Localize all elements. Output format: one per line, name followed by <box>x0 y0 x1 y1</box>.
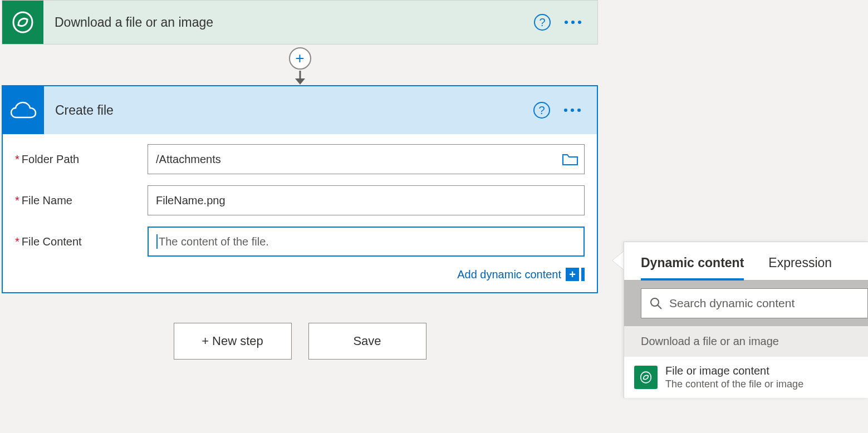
dyn-item-title: File or image content <box>665 365 803 377</box>
dynamic-content-panel: Dynamic content Expression Download a fi… <box>624 242 868 398</box>
save-button[interactable]: Save <box>308 323 426 360</box>
download-card-title: Download a file or an image <box>55 15 534 30</box>
collapse-handle-icon[interactable] <box>581 268 585 281</box>
dyn-search-wrap <box>624 281 868 326</box>
folder-path-label: *Folder Path <box>15 153 148 166</box>
search-icon <box>649 297 663 310</box>
help-icon[interactable]: ? <box>533 102 550 119</box>
download-file-card[interactable]: Download a file or an image ? <box>2 0 598 45</box>
create-file-card: Create file ? *Folder Path *File Name *F… <box>2 85 598 293</box>
create-file-header[interactable]: Create file ? <box>3 86 597 134</box>
file-name-row: *File Name <box>15 185 585 215</box>
file-name-input-wrap <box>148 185 585 215</box>
file-content-input[interactable] <box>159 228 576 255</box>
add-step-button[interactable]: + <box>289 47 311 70</box>
add-dynamic-content-button[interactable]: + <box>566 268 579 281</box>
add-dynamic-content-row: Add dynamic content + <box>15 268 585 281</box>
folder-path-input[interactable] <box>156 145 576 174</box>
create-file-form: *Folder Path *File Name *File Content Ad… <box>3 134 597 292</box>
dataverse-icon <box>634 366 658 389</box>
help-icon[interactable]: ? <box>534 14 551 31</box>
svg-line-3 <box>658 305 661 309</box>
arrow-down-icon <box>293 71 307 85</box>
footer-buttons: + New step Save <box>2 323 598 360</box>
svg-point-2 <box>651 298 659 306</box>
file-content-input-wrap <box>148 227 585 257</box>
tab-dynamic-content[interactable]: Dynamic content <box>641 255 744 281</box>
dyn-tabs: Dynamic content Expression <box>624 242 868 281</box>
more-icon[interactable] <box>562 102 582 119</box>
tab-expression[interactable]: Expression <box>768 255 832 280</box>
dyn-search <box>641 288 868 318</box>
folder-path-input-wrap <box>148 144 585 174</box>
connector: + <box>2 45 598 85</box>
file-name-label: *File Name <box>15 194 148 207</box>
new-step-button[interactable]: + New step <box>174 323 292 360</box>
onedrive-icon <box>3 86 44 134</box>
dyn-item-text: File or image content The content of the… <box>665 365 803 390</box>
create-card-title: Create file <box>55 103 533 118</box>
more-icon[interactable] <box>563 14 583 31</box>
file-content-row: *File Content <box>15 227 585 257</box>
file-content-label: *File Content <box>15 235 148 248</box>
svg-marker-1 <box>295 78 305 85</box>
dyn-search-input[interactable] <box>669 297 860 310</box>
folder-picker-icon[interactable] <box>560 149 581 170</box>
folder-path-row: *Folder Path <box>15 144 585 174</box>
dataverse-icon <box>2 1 43 44</box>
dyn-item-desc: The content of the file or image <box>665 378 803 390</box>
file-name-input[interactable] <box>156 186 576 215</box>
add-dynamic-content-link[interactable]: Add dynamic content <box>457 268 561 281</box>
panel-pointer-icon <box>612 252 624 269</box>
text-caret <box>156 234 158 249</box>
dyn-group-header: Download a file or an image <box>624 326 868 357</box>
dyn-item-file-content[interactable]: File or image content The content of the… <box>624 357 868 398</box>
